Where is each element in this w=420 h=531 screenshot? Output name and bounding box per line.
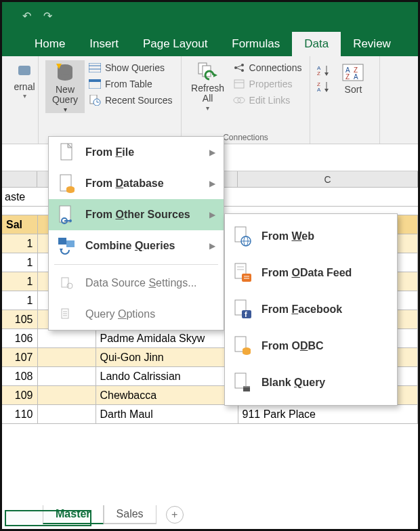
properties-button: Properties bbox=[232, 77, 303, 91]
submenu-blank-query-label: Blank Query bbox=[261, 377, 389, 389]
svg-point-74 bbox=[243, 351, 251, 355]
web-icon bbox=[233, 226, 253, 247]
options-small-icon bbox=[57, 304, 77, 324]
menu-from-other-sources[interactable]: From Other Sources ▶ bbox=[49, 199, 224, 230]
chevron-right-icon: ▶ bbox=[209, 210, 215, 219]
from-table-icon bbox=[89, 78, 101, 90]
svg-rect-22 bbox=[234, 80, 244, 88]
other-sources-icon bbox=[57, 205, 77, 225]
svg-point-3 bbox=[58, 74, 72, 81]
new-query-button[interactable]: New Query ▾ bbox=[45, 60, 85, 113]
tab-data[interactable]: Data bbox=[292, 32, 341, 56]
blank-query-icon bbox=[233, 373, 253, 393]
ribbon-tabs: Home Insert Page Layout Formulas Data Re… bbox=[2, 29, 418, 56]
edit-links-icon bbox=[233, 94, 245, 106]
combine-queries-icon bbox=[57, 236, 77, 256]
submenu-from-web-label: From Web bbox=[261, 230, 389, 242]
submenu-from-facebook[interactable]: f From Facebook bbox=[225, 291, 397, 328]
chevron-right-icon: ▶ bbox=[209, 241, 215, 251]
svg-rect-0 bbox=[18, 66, 30, 75]
svg-rect-75 bbox=[235, 373, 246, 388]
quick-access-toolbar: ↶ ↷ bbox=[2, 2, 418, 29]
show-queries-icon bbox=[89, 62, 101, 74]
svg-line-21 bbox=[236, 68, 243, 70]
svg-text:Z: Z bbox=[345, 73, 350, 81]
tab-review[interactable]: Review bbox=[341, 32, 403, 56]
facebook-icon: f bbox=[233, 299, 253, 320]
refresh-icon bbox=[197, 62, 219, 83]
menu-combine-queries-label: Combine Queries bbox=[85, 240, 201, 252]
cell-selection bbox=[5, 510, 91, 526]
tab-page-layout[interactable]: Page Layout bbox=[131, 32, 219, 56]
sheet-tab-sales[interactable]: Sales bbox=[104, 505, 156, 524]
odbc-icon bbox=[233, 336, 253, 356]
tab-formulas[interactable]: Formulas bbox=[219, 32, 292, 56]
svg-text:A: A bbox=[317, 87, 321, 93]
submenu-from-odata-label: From OData Feed bbox=[261, 267, 389, 279]
external-label: ernal bbox=[14, 82, 35, 92]
svg-marker-16 bbox=[213, 73, 217, 77]
settings-small-icon bbox=[57, 273, 77, 293]
submenu-from-odbc-label: From ODBC bbox=[261, 340, 389, 352]
svg-text:A: A bbox=[354, 73, 358, 81]
svg-rect-77 bbox=[243, 386, 250, 387]
svg-point-44 bbox=[66, 189, 75, 193]
refresh-all-button[interactable]: Refresh All ▾ bbox=[188, 60, 228, 112]
from-other-sources-submenu: From Web From OData Feed f From Facebook… bbox=[224, 213, 398, 406]
new-query-label: New Query bbox=[52, 85, 78, 106]
sort-za-icon[interactable]: ZA bbox=[317, 81, 329, 93]
menu-dss-label: Data Source Settings... bbox=[85, 277, 215, 289]
svg-marker-33 bbox=[324, 89, 329, 92]
chevron-right-icon: ▶ bbox=[209, 148, 215, 157]
menu-data-source-settings[interactable]: Data Source Settings... bbox=[49, 268, 224, 299]
menu-from-database-label: From Database bbox=[85, 177, 201, 190]
sort-icon: AZZA bbox=[341, 62, 364, 85]
add-sheet-button[interactable]: + bbox=[166, 506, 184, 524]
database-file-icon bbox=[57, 173, 77, 194]
chevron-right-icon: ▶ bbox=[209, 179, 215, 188]
undo-icon[interactable]: ↶ bbox=[22, 9, 31, 22]
submenu-from-odata[interactable]: From OData Feed bbox=[225, 255, 397, 291]
svg-rect-50 bbox=[66, 240, 75, 247]
submenu-from-facebook-label: From Facebook bbox=[261, 303, 389, 316]
show-queries-button[interactable]: Show Queries bbox=[87, 60, 174, 75]
properties-icon bbox=[233, 78, 245, 90]
submenu-from-odbc[interactable]: From ODBC bbox=[225, 328, 397, 364]
tab-insert[interactable]: Insert bbox=[77, 32, 131, 56]
connections-button[interactable]: Connections bbox=[232, 60, 303, 75]
menu-from-file[interactable]: From File ▶ bbox=[49, 137, 224, 168]
svg-marker-29 bbox=[324, 72, 329, 76]
svg-rect-9 bbox=[89, 79, 101, 82]
svg-rect-49 bbox=[58, 238, 66, 245]
menu-from-other-sources-label: From Other Sources bbox=[85, 209, 201, 221]
redo-icon[interactable]: ↷ bbox=[43, 9, 52, 22]
menu-from-database[interactable]: From Database ▶ bbox=[49, 168, 224, 199]
tab-home[interactable]: Home bbox=[22, 32, 77, 56]
sort-az-icon[interactable]: AZ bbox=[317, 64, 329, 77]
svg-text:Z: Z bbox=[317, 70, 320, 77]
sort-button[interactable]: AZZA Sort bbox=[333, 60, 373, 95]
menu-separator bbox=[54, 264, 218, 265]
database-icon bbox=[54, 62, 77, 85]
edit-links-button: Edit Links bbox=[232, 93, 303, 108]
file-icon bbox=[57, 142, 77, 163]
table-row[interactable]: 110Darth Maul911 Park Place bbox=[2, 405, 418, 424]
menu-combine-queries[interactable]: Combine Queries ▶ bbox=[49, 230, 224, 261]
menu-query-options[interactable]: Query Options bbox=[49, 299, 224, 330]
svg-text:f: f bbox=[245, 310, 247, 318]
connections-icon bbox=[233, 62, 245, 74]
recent-sources-icon bbox=[89, 94, 101, 106]
odata-icon bbox=[233, 263, 253, 283]
new-query-menu: From File ▶ From Database ▶ From Other S… bbox=[48, 136, 224, 331]
menu-from-file-label: From File bbox=[85, 146, 201, 158]
svg-line-20 bbox=[236, 65, 243, 68]
svg-rect-5 bbox=[89, 63, 101, 72]
submenu-blank-query[interactable]: Blank Query bbox=[225, 364, 397, 401]
recent-sources-button[interactable]: Recent Sources bbox=[87, 93, 174, 108]
menu-query-options-label: Query Options bbox=[85, 308, 215, 320]
from-table-button[interactable]: From Table bbox=[87, 77, 174, 91]
svg-rect-65 bbox=[242, 274, 251, 282]
col-header-c[interactable]: C bbox=[238, 171, 418, 187]
svg-point-24 bbox=[234, 98, 240, 103]
submenu-from-web[interactable]: From Web bbox=[225, 218, 397, 255]
